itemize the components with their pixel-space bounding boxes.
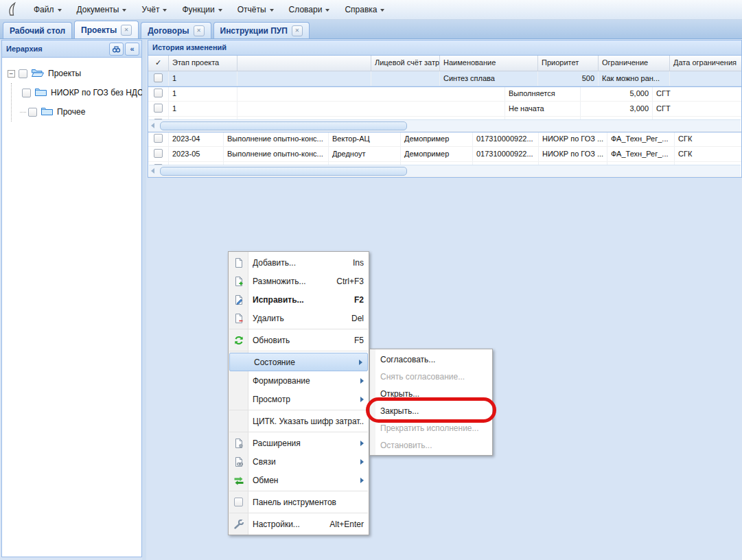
tab-pup-instructions[interactable]: Инструкции ПУП✕ <box>213 22 310 38</box>
menubar-item-help[interactable]: Справка <box>337 1 392 18</box>
submenu-item-approve[interactable]: Согласовать... <box>370 351 492 368</box>
menubar-item-accounting[interactable]: Учёт <box>134 1 174 18</box>
row-checkbox[interactable] <box>154 149 163 158</box>
history-panel: История изменений ✓Этап проектаЛицевой с… <box>148 40 742 87</box>
row-checkbox[interactable] <box>154 89 163 97</box>
tree-node-child[interactable]: НИОКР по ГОЗ без НДС <box>20 83 139 102</box>
close-icon[interactable]: ✕ <box>292 25 303 36</box>
history-panel-title: История изменений <box>148 40 741 56</box>
column-header[interactable]: Ограничение <box>599 56 670 71</box>
tab-label: Проекты <box>81 25 117 35</box>
table-cell: 1 <box>169 86 237 101</box>
scrollbar-thumb[interactable] <box>160 121 407 130</box>
close-icon[interactable]: ✕ <box>194 25 205 36</box>
submenu-arrow-icon <box>360 397 364 402</box>
menu-item-edit[interactable]: Исправить...F2 <box>229 290 369 309</box>
table-row[interactable]: 1Синтез сплава500Как можно ран... <box>148 71 741 86</box>
scrollbar-thumb[interactable] <box>160 167 407 176</box>
table-cell <box>148 86 169 101</box>
chevron-down-icon <box>58 9 62 12</box>
tab-projects[interactable]: Проекты✕ <box>74 21 139 38</box>
main-tabbar: Рабочий столПроекты✕Договоры✕Инструкции … <box>0 20 742 39</box>
table-row[interactable]: 2023-05Выполнение опытно-конс...Дредноут… <box>148 147 741 162</box>
menu-item-settings[interactable]: Настройки...Alt+Enter <box>229 515 369 533</box>
search-button[interactable] <box>109 43 124 56</box>
menu-item-formation[interactable]: Формирование <box>229 371 369 390</box>
doc-icon <box>231 257 246 268</box>
row-checkbox[interactable] <box>154 104 163 113</box>
row-checkbox[interactable] <box>154 73 163 82</box>
tree-node-checkbox[interactable] <box>28 108 37 117</box>
table-cell: 5,000 <box>581 86 653 101</box>
menu-item-refresh[interactable]: ОбновитьF5 <box>229 331 369 349</box>
menu-item-citk-cost-code[interactable]: ЦИТК. Указать шифр затрат... <box>229 412 369 430</box>
menu-item-label: Снять согласование... <box>380 372 487 382</box>
tree-node-label: Проекты <box>48 69 81 78</box>
tree-node-checkbox[interactable] <box>19 69 27 78</box>
row-checkbox[interactable] <box>154 134 163 143</box>
column-header[interactable]: ✓ <box>148 56 169 71</box>
column-header-label: Лицевой счёт затр <box>375 58 439 67</box>
menu-item-label: Закрыть... <box>380 406 487 416</box>
menu-item-label: ЦИТК. Указать шифр затрат... <box>253 417 364 426</box>
tree-expander-icon[interactable]: − <box>8 70 15 78</box>
tree-node-label: НИОКР по ГОЗ без НДС <box>51 88 143 97</box>
table-cell <box>237 102 505 116</box>
menu-item-state[interactable]: Состояние <box>229 353 368 371</box>
menubar-item-functions[interactable]: Функции <box>174 1 229 18</box>
menu-item-view[interactable]: Просмотр <box>229 390 369 408</box>
menubar-item-reports[interactable]: Отчёты <box>230 1 281 18</box>
submenu-arrow-icon <box>360 441 364 446</box>
menubar-item-documents[interactable]: Документы <box>69 1 135 18</box>
table-row[interactable]: 1Не начата3,000СГТ <box>148 102 741 117</box>
menu-item-duplicate[interactable]: Размножить...Ctrl+F3 <box>229 272 369 290</box>
submenu-item-open[interactable]: Открыть... <box>370 385 492 402</box>
menu-item-label: Размножить... <box>253 277 331 286</box>
panel-splitter[interactable] <box>142 40 146 560</box>
column-header[interactable] <box>237 56 371 71</box>
table-cell: 2023-04 <box>169 132 224 146</box>
menubar-item-file[interactable]: Файл <box>26 1 69 18</box>
table-cell: 017310000922... <box>473 132 539 146</box>
column-header[interactable]: Наименование <box>440 56 538 71</box>
menubar-item-dictionaries[interactable]: Словари <box>281 1 338 18</box>
menu-item-exchange[interactable]: Обмен <box>229 471 369 489</box>
menu-separator <box>229 410 368 410</box>
doc-edit-icon <box>231 294 246 305</box>
tab-desktop[interactable]: Рабочий стол <box>3 22 72 38</box>
table-cell <box>148 147 169 161</box>
menu-item-delete[interactable]: УдалитьDel <box>229 309 369 327</box>
collapse-panel-button[interactable]: « <box>125 43 139 56</box>
menu-item-links[interactable]: Связи <box>229 452 369 471</box>
menu-item-label: Панель инструментов <box>253 498 364 507</box>
doc-link-icon <box>231 456 246 467</box>
menu-item-extensions[interactable]: Расширения <box>229 434 369 452</box>
tree-node-child[interactable]: Прочее <box>20 102 139 121</box>
tree-node-checkbox[interactable] <box>22 89 31 97</box>
submenu-item-close[interactable]: Закрыть... <box>370 402 492 419</box>
horizontal-scrollbar[interactable] <box>149 165 741 176</box>
table-row[interactable]: 1Выполняется5,000СГТ <box>148 86 741 102</box>
table-cell: НИОКР по ГОЗ ... <box>539 147 607 161</box>
column-header-label: Приоритет <box>542 58 579 67</box>
horizontal-scrollbar[interactable] <box>149 119 741 131</box>
menu-item-add[interactable]: Добавить...Ins <box>229 253 369 272</box>
table-row[interactable]: 2023-04Выполнение опытно-конс...Вектор-А… <box>148 132 741 147</box>
table-cell: 1 <box>169 71 237 86</box>
column-header[interactable]: Приоритет <box>538 56 599 71</box>
column-header[interactable]: Лицевой счёт затр <box>371 56 440 71</box>
column-header[interactable]: Дата ограничения <box>670 56 742 71</box>
menu-item-label: Обмен <box>253 476 356 485</box>
menu-item-label: Остановить... <box>380 441 487 450</box>
column-header[interactable]: Этап проекта <box>169 56 237 71</box>
tree-node-projects[interactable]: −Проекты <box>8 64 139 83</box>
hierarchy-title: Иерархия <box>6 45 43 53</box>
toolbar-panel-checkbox[interactable] <box>234 498 243 506</box>
exchange-icon <box>231 475 246 486</box>
table-cell: Выполнение опытно-конс... <box>224 147 329 161</box>
close-icon[interactable]: ✕ <box>121 25 132 36</box>
table-cell: СГК <box>675 147 742 161</box>
menu-item-toolbar-panel[interactable]: Панель инструментов <box>229 493 369 511</box>
column-header-label: Ограничение <box>602 58 648 67</box>
tab-contracts[interactable]: Договоры✕ <box>141 22 211 38</box>
